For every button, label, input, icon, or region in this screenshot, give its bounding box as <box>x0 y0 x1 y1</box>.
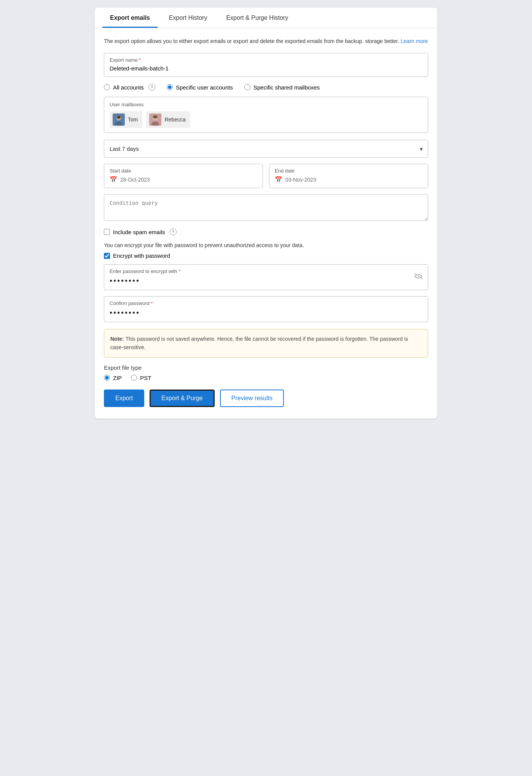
time-range-select[interactable]: Last 7 days Last 30 days Custom range <box>104 140 428 158</box>
password-field-wrapper: Enter password to encrypt with * <box>104 264 428 290</box>
password-input[interactable] <box>110 276 391 285</box>
confirm-password-group: Confirm password * <box>104 296 428 322</box>
tab-bar: Export emails Export History Export & Pu… <box>95 8 437 28</box>
end-date-field: End date 📅 03-Nov-2023 <box>269 164 428 188</box>
encrypt-description: You can encrypt your file with password … <box>104 241 428 249</box>
tab-export-history[interactable]: Export History <box>161 8 215 28</box>
include-spam-checkbox[interactable]: Include spam emails ? <box>104 228 428 235</box>
end-date-value: 📅 03-Nov-2023 <box>275 176 422 183</box>
spam-help-icon[interactable]: ? <box>170 228 177 235</box>
time-range-wrapper: Last 7 days Last 30 days Custom range ▾ <box>104 140 428 158</box>
calendar-icon-start: 📅 <box>110 176 117 183</box>
avatar-tom <box>113 113 125 126</box>
password-field-label: Enter password to encrypt with * <box>110 268 422 274</box>
tab-export-emails[interactable]: Export emails <box>102 8 158 28</box>
file-type-label: Export file type <box>104 364 428 371</box>
account-type-group: All accounts ? Specific user accounts Sp… <box>104 84 428 91</box>
mailbox-label: User mailboxes <box>110 102 422 107</box>
export-name-field: Export name * <box>104 53 428 77</box>
export-button[interactable]: Export <box>104 390 144 407</box>
chip-rebecca[interactable]: Rebecca <box>146 111 190 128</box>
learn-more-link[interactable]: Learn more <box>401 38 428 44</box>
calendar-icon-end: 📅 <box>275 176 282 183</box>
radio-all-accounts[interactable]: All accounts ? <box>104 84 155 91</box>
export-name-group: Export name * <box>104 53 428 77</box>
confirm-password-label: Confirm password * <box>110 300 422 306</box>
radio-specific-shared[interactable]: Specific shared mailboxes <box>244 84 320 91</box>
export-name-label: Export name * <box>110 57 422 63</box>
svg-point-4 <box>117 116 121 119</box>
export-name-input[interactable] <box>110 65 422 72</box>
radio-specific-user[interactable]: Specific user accounts <box>167 84 233 91</box>
form-content: The export option allows you to either e… <box>95 28 437 418</box>
password-required-star: * <box>178 268 180 274</box>
confirm-required-star: * <box>151 300 153 306</box>
eye-icon[interactable] <box>414 273 423 281</box>
confirm-password-box: Confirm password * <box>104 296 428 322</box>
action-buttons-row: Export Export & Purge Preview results <box>104 390 428 407</box>
chip-tom[interactable]: Tom <box>110 111 142 128</box>
file-type-options: ZIP PST <box>104 375 428 381</box>
start-date-label: Start date <box>110 168 257 174</box>
description-text: The export option allows you to either e… <box>104 37 428 45</box>
all-accounts-help-icon[interactable]: ? <box>148 84 155 91</box>
tab-export-purge-history[interactable]: Export & Purge History <box>218 8 296 28</box>
avatar-rebecca <box>149 113 161 126</box>
start-date-field: Start date 📅 28-Oct-2023 <box>104 164 263 188</box>
chip-tom-label: Tom <box>128 117 138 123</box>
confirm-password-input[interactable] <box>110 308 422 317</box>
mailbox-chips: Tom Rebecca <box>110 111 422 128</box>
end-date-label: End date <box>275 168 422 174</box>
preview-results-button[interactable]: Preview results <box>220 390 284 407</box>
radio-zip[interactable]: ZIP <box>104 375 122 381</box>
export-purge-button[interactable]: Export & Purge <box>150 390 215 407</box>
password-field-box: Enter password to encrypt with * <box>104 264 428 290</box>
condition-query-input[interactable] <box>104 194 428 221</box>
chip-rebecca-label: Rebecca <box>164 117 185 123</box>
date-row: Start date 📅 28-Oct-2023 End date 📅 03-N… <box>104 164 428 188</box>
svg-point-9 <box>153 115 158 118</box>
radio-pst[interactable]: PST <box>131 375 151 381</box>
main-card: Export emails Export History Export & Pu… <box>95 8 437 418</box>
encrypt-with-password-checkbox[interactable]: Encrypt with password <box>104 252 428 259</box>
required-star: * <box>139 57 141 63</box>
start-date-value: 📅 28-Oct-2023 <box>110 176 257 183</box>
user-mailboxes-box: User mailboxes Tom <box>104 97 428 133</box>
note-box: Note: This password is not saved anywher… <box>104 329 428 358</box>
